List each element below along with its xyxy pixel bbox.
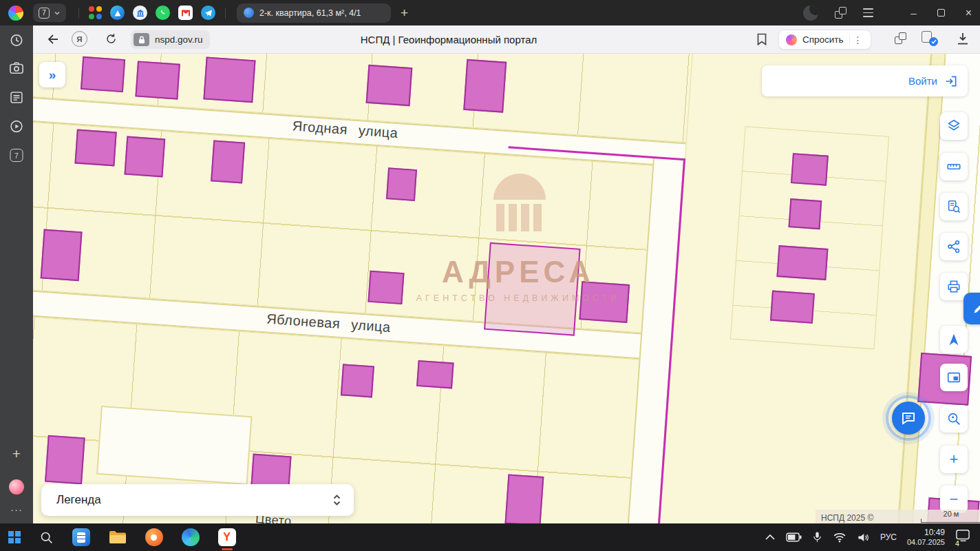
history-icon[interactable]	[10, 33, 24, 48]
chat-widget[interactable]	[886, 395, 931, 441]
building[interactable]	[74, 129, 116, 167]
building[interactable]	[124, 136, 165, 178]
building[interactable]	[203, 56, 255, 103]
maximize-button[interactable]	[937, 9, 945, 17]
building[interactable]	[463, 59, 507, 113]
map-canvas[interactable]: Ягодная улица Яблоневая улица Цвето АДРЕ…	[33, 54, 980, 523]
expand-panel-button[interactable]: »	[39, 62, 65, 87]
building[interactable]	[386, 167, 417, 201]
sync-status-icon[interactable]	[922, 31, 938, 46]
taskbar-app-calculator[interactable]	[72, 528, 90, 546]
video-icon[interactable]	[10, 119, 24, 134]
selected-parcel[interactable]	[484, 242, 581, 336]
building[interactable]	[788, 198, 822, 229]
whatsapp-icon[interactable]	[156, 6, 170, 20]
zoom-in-button[interactable]: +	[940, 446, 968, 473]
assistant-spark-icon	[786, 34, 797, 45]
back-icon[interactable]	[45, 33, 58, 45]
copy-pages-icon[interactable]	[895, 32, 906, 44]
menu-icon[interactable]	[863, 8, 873, 17]
building[interactable]	[135, 61, 180, 99]
double-chevron-icon: »	[49, 68, 56, 81]
wifi-icon[interactable]	[833, 532, 846, 543]
taskbar-clock[interactable]: 10:49 04.07.2025	[907, 528, 945, 548]
browser-sidebar: 7 + ···	[0, 25, 33, 523]
tab-panels-icon[interactable]	[835, 7, 846, 19]
collapse-expand-icon[interactable]	[332, 493, 341, 507]
building[interactable]	[579, 281, 630, 323]
building[interactable]	[504, 474, 544, 523]
building[interactable]	[366, 65, 413, 106]
address-bar[interactable]: nspd.gov.ru	[131, 30, 210, 49]
gmail-icon[interactable]	[178, 6, 193, 20]
new-tab-button[interactable]: +	[401, 6, 408, 19]
volume-icon[interactable]	[857, 532, 870, 543]
taskbar-app-orange[interactable]	[145, 528, 163, 546]
taskbar-yandex-browser[interactable]: Y	[218, 528, 236, 546]
building[interactable]	[81, 56, 125, 92]
layers-button[interactable]	[940, 112, 968, 140]
legend-label: Легенда	[56, 493, 101, 507]
yandex-search-icon[interactable]: Я	[72, 31, 87, 47]
bookmark-icon[interactable]	[756, 32, 768, 46]
analytics-app-icon[interactable]	[110, 6, 125, 20]
chevron-down-icon	[54, 10, 61, 17]
lock-icon[interactable]	[134, 33, 149, 46]
building[interactable]	[791, 153, 829, 186]
tabs-panel-icon[interactable]: 7	[10, 149, 23, 162]
screenshot-icon[interactable]	[9, 61, 24, 75]
building[interactable]	[368, 271, 404, 304]
zoom-out-button[interactable]: −	[940, 486, 968, 513]
building[interactable]	[45, 435, 85, 485]
search-on-map-button[interactable]	[940, 405, 968, 433]
my-location-button[interactable]	[940, 326, 968, 353]
tab-counter-button[interactable]: 7	[33, 3, 66, 22]
telegram-icon[interactable]	[201, 6, 215, 20]
ask-button[interactable]: Спросить ⋮	[778, 30, 871, 50]
minimize-button[interactable]: –	[910, 8, 916, 18]
share-button[interactable]	[940, 233, 968, 260]
overview-map-button[interactable]	[940, 364, 968, 391]
bank-app-icon[interactable]	[133, 6, 147, 20]
building[interactable]	[41, 229, 83, 282]
notification-center-button[interactable]: 4	[955, 529, 972, 545]
screen: 7 2-к. квартира, 61,3 м², 4/1 + – ×	[0, 0, 980, 551]
battery-icon[interactable]	[786, 532, 802, 542]
articles-icon[interactable]	[10, 90, 24, 105]
microphone-icon[interactable]	[812, 531, 822, 543]
sidebar-more-icon[interactable]: ···	[10, 503, 23, 515]
download-icon[interactable]	[957, 32, 969, 45]
taskbar-browser-edge[interactable]	[182, 528, 200, 546]
profile-icon[interactable]	[803, 6, 818, 21]
browser-logo-icon[interactable]	[8, 6, 23, 21]
building[interactable]	[776, 245, 828, 280]
reload-icon[interactable]	[105, 32, 118, 45]
sidebar-add-icon[interactable]: +	[12, 446, 21, 461]
building[interactable]	[770, 291, 815, 324]
login-bar[interactable]: Войти	[762, 65, 968, 96]
measure-button[interactable]	[940, 153, 968, 180]
taskbar-file-explorer[interactable]	[109, 530, 127, 545]
active-tab[interactable]: 2-к. квартира, 61,3 м², 4/1	[237, 3, 391, 23]
scale-label: 20 м	[921, 510, 980, 518]
language-indicator[interactable]: РУС	[880, 532, 897, 542]
login-label: Войти	[908, 75, 937, 87]
divider	[78, 8, 79, 19]
taskbar-search-icon[interactable]	[39, 530, 54, 545]
building[interactable]	[416, 360, 454, 389]
apps-grid-icon[interactable]	[89, 6, 102, 19]
tray-expand-icon[interactable]	[765, 533, 776, 541]
start-button[interactable]	[8, 531, 21, 543]
building[interactable]	[341, 364, 374, 397]
close-button[interactable]: ×	[966, 8, 972, 19]
legend-panel[interactable]: Легенда	[41, 484, 354, 516]
taskbar-left: Y	[8, 528, 236, 546]
draw-button[interactable]	[963, 293, 980, 324]
scale-line	[921, 519, 980, 523]
url-text: nspd.gov.ru	[155, 34, 203, 45]
sidebar-profile-icon[interactable]	[9, 479, 24, 495]
object-search-button[interactable]	[940, 193, 968, 220]
building[interactable]	[211, 140, 245, 183]
ask-more-icon[interactable]: ⋮	[849, 35, 866, 45]
tab-favicon	[244, 8, 254, 18]
